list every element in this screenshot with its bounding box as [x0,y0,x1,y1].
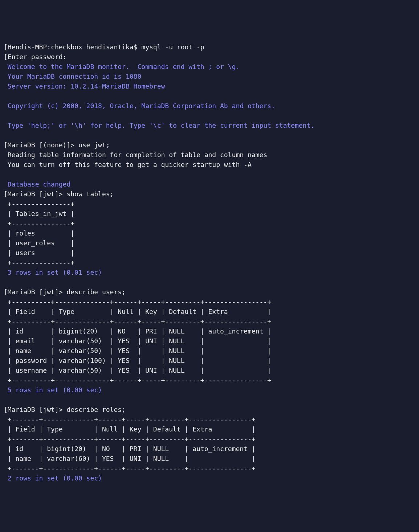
roles-row-name: | name | varchar(60) | YES | UNI | NULL … [4,455,256,462]
server-version: Server version: 10.2.14-MariaDB Homebrew [4,82,165,90]
roles-result-count: 2 rows in set (0.00 sec) [4,474,102,482]
connection-id: Your MariaDB connection id is 1080 [4,73,141,80]
tables-border: +---------------+ [4,259,74,266]
turn-off-hint: You can turn off this feature to get a q… [4,161,252,168]
users-border: +----------+--------------+------+-----+… [4,318,271,325]
users-result-count: 5 rows in set (0.00 sec) [4,386,102,394]
reading-table-info: Reading table information for completion… [4,151,267,159]
table-row-users: | users | [4,249,74,257]
roles-border: +-------+-------------+------+-----+----… [4,435,256,443]
roles-row-id: | id | bigint(20) | NO | PRI | NULL | au… [4,445,256,453]
users-row-username: | username | varchar(50) | YES | UNI | N… [4,367,271,374]
users-row-password: | password | varchar(100) | YES | | NULL… [4,357,271,364]
password-prompt: [Enter password: [4,53,66,61]
tables-header: | Tables_in_jwt | [4,210,74,217]
tables-result-count: 3 rows in set (0.01 sec) [4,269,102,276]
shell-prompt-line: [Hendis-MBP:checkbox hendisantika$ mysql… [4,43,204,51]
users-row-id: | id | bigint(20) | NO | PRI | NULL | au… [4,327,271,335]
users-border: +----------+--------------+------+-----+… [4,298,271,306]
users-row-name: | name | varchar(50) | YES | | NULL | | [4,347,271,355]
tables-border: +---------------+ [4,220,74,227]
roles-border: +-------+-------------+------+-----+----… [4,416,256,423]
copyright-notice: Copyright (c) 2000, 2018, Oracle, MariaD… [4,102,275,110]
users-row-email: | email | varchar(50) | YES | UNI | NULL… [4,337,271,345]
mariadb-prompt-show-tables: [MariaDB [jwt]> show tables; [4,190,114,198]
mariadb-prompt-describe-users: [MariaDB [jwt]> describe users; [4,288,126,296]
roles-border: +-------+-------------+------+-----+----… [4,465,256,472]
welcome-message: Welcome to the MariaDB monitor. Commands… [4,63,240,70]
tables-border: +---------------+ [4,200,74,208]
users-header: | Field | Type | Null | Key | Default | … [4,308,271,315]
database-changed: Database changed [4,180,70,188]
terminal-output: [Hendis-MBP:checkbox hendisantika$ mysql… [4,42,415,483]
users-border: +----------+--------------+------+-----+… [4,376,271,384]
table-row-roles: | roles | [4,229,74,237]
mariadb-prompt-describe-roles: [MariaDB [jwt]> describe roles; [4,406,126,413]
mariadb-prompt-use-jwt: [MariaDB [(none)]> use jwt; [4,141,110,149]
help-instruction: Type 'help;' or '\h' for help. Type '\c'… [4,122,314,129]
table-row-user-roles: | user_roles | [4,239,74,247]
roles-header: | Field | Type | Null | Key | Default | … [4,425,256,433]
